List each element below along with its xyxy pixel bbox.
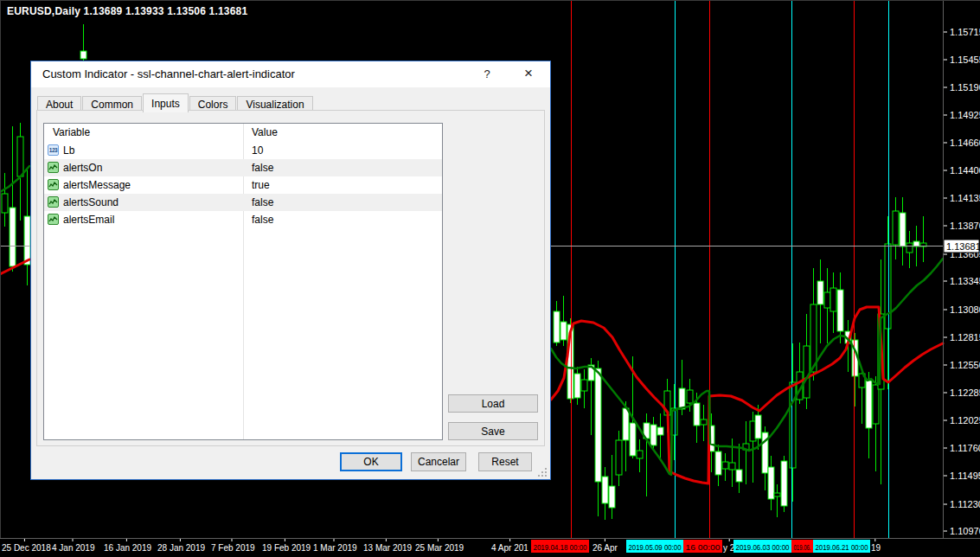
column-header-variable: Variable <box>53 126 90 138</box>
time-axis[interactable] <box>0 538 980 557</box>
table-header: Variable Value <box>44 124 442 142</box>
dialog-title: Custom Indicator - ssl-channel-chart-ale… <box>42 61 295 87</box>
tab-inputs[interactable]: Inputs <box>143 93 189 112</box>
indicator-icon <box>48 162 59 173</box>
custom-indicator-dialog: Custom Indicator - ssl-channel-chart-ale… <box>30 61 551 480</box>
variable-name: alertsEmail <box>63 214 114 226</box>
inputs-tab-page: Variable Value 123Lb10alertsOnfalsealert… <box>36 110 545 446</box>
indicator-icon <box>48 196 59 208</box>
resize-grip[interactable] <box>538 468 547 477</box>
numeric-123-icon: 123 <box>48 144 59 156</box>
variable-value[interactable]: false <box>252 214 273 226</box>
variable-value[interactable]: 10 <box>252 144 263 157</box>
help-button[interactable]: ? <box>474 61 500 87</box>
variable-name: alertsMessage <box>63 179 131 191</box>
variable-value[interactable]: false <box>252 196 273 208</box>
dialog-titlebar[interactable]: Custom Indicator - ssl-channel-chart-ale… <box>31 61 550 87</box>
cancel-button[interactable]: Cancelar <box>411 452 466 471</box>
variable-value[interactable]: false <box>252 162 273 174</box>
input-row-alertsMessage[interactable]: alertsMessagetrue <box>44 176 442 194</box>
close-icon[interactable]: × <box>514 61 543 87</box>
input-row-alertsEmail[interactable]: alertsEmailfalse <box>44 211 442 228</box>
input-row-alertsOn[interactable]: alertsOnfalse <box>44 159 442 176</box>
ok-button[interactable]: OK <box>340 452 402 471</box>
variable-value[interactable]: true <box>252 179 270 191</box>
column-header-value: Value <box>252 126 278 138</box>
variable-name: Lb <box>63 144 74 157</box>
variable-name: alertsOn <box>63 162 102 174</box>
inputs-table: Variable Value 123Lb10alertsOnfalsealert… <box>43 123 443 440</box>
input-row-alertsSound[interactable]: alertsSoundfalse <box>44 194 442 211</box>
reset-button[interactable]: Reset <box>478 452 532 471</box>
load-button[interactable]: Load <box>448 394 538 413</box>
input-row-Lb[interactable]: 123Lb10 <box>44 142 442 159</box>
save-button[interactable]: Save <box>448 422 538 440</box>
price-axis[interactable] <box>943 0 980 538</box>
tab-strip: AboutCommonInputsColorsVisualization <box>37 94 314 111</box>
chart-ohlc-title: EURUSD,Daily 1.13689 1.13933 1.13506 1.1… <box>7 5 247 17</box>
variable-name: alertsSound <box>63 196 118 208</box>
terminal-window: 1.157151.154551.151901.149251.146601.144… <box>0 0 980 557</box>
indicator-icon <box>48 214 59 225</box>
indicator-icon <box>48 179 59 190</box>
